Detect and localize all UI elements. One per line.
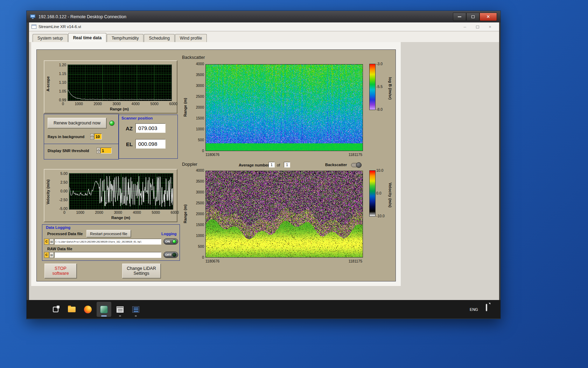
ascope-group: A-scope 1.20 1.15 1.10 1.05 0.99 0 1000 bbox=[44, 60, 177, 114]
renew-background-button[interactable]: Renew background now bbox=[48, 118, 106, 128]
rdp-titlebar[interactable]: 192.168.0.122 - Remote Desktop Connectio… bbox=[27, 11, 500, 22]
doppler-colorbar bbox=[369, 170, 376, 217]
rdp-minimize-button[interactable] bbox=[453, 13, 466, 21]
average-number-label: Average number bbox=[239, 163, 269, 167]
rays-in-background-label: Rays in background bbox=[48, 135, 84, 139]
backscatter-heatmap bbox=[205, 64, 363, 151]
doppler-colorbar-ticks: 10.0 0.0 -10.0 bbox=[376, 168, 387, 218]
file-explorer-button[interactable] bbox=[64, 302, 79, 317]
chat-bubble-tail-icon bbox=[489, 303, 490, 311]
processed-path-field[interactable]: C:\Lidar\Data\Proc\2023\202309\20230920\… bbox=[54, 239, 161, 245]
of-label: of bbox=[277, 163, 280, 167]
raw-path-field[interactable] bbox=[54, 252, 161, 258]
velocity-plot bbox=[69, 173, 173, 210]
app-window: StreamLine XR v14-6.vi – × System setup … bbox=[29, 22, 499, 300]
drive-select[interactable]: C bbox=[44, 239, 49, 245]
tab-temp-humidity[interactable]: Temp/humidity bbox=[107, 34, 144, 42]
active-app-button[interactable] bbox=[97, 302, 111, 317]
tab-scheduling[interactable]: Scheduling bbox=[144, 34, 174, 42]
backscatter-xticks: 1180676 1181175 bbox=[205, 152, 362, 157]
velocity-group: Velocity (m/s) 5.00 2.50 0.00 -2.50 -5.0… bbox=[44, 169, 177, 222]
el-label: EL bbox=[126, 141, 133, 147]
firefox-button[interactable] bbox=[80, 302, 95, 317]
processed-logging-toggle[interactable]: ON bbox=[163, 238, 178, 245]
backscatter-yticks: 4000 3500 3000 2500 2000 1500 1000 500 0 bbox=[191, 62, 204, 153]
average-total-field[interactable]: 1 bbox=[284, 162, 290, 168]
logging-label: Logging bbox=[161, 232, 176, 236]
rdp-close-button[interactable]: ✕ bbox=[479, 13, 497, 21]
processed-data-file-label: Processed Data file bbox=[47, 232, 83, 236]
doppler-colorbar-label: Velocity (m/s) bbox=[388, 170, 392, 219]
language-button[interactable]: ENG bbox=[467, 303, 481, 316]
close-icon: ✕ bbox=[486, 14, 490, 19]
data-logging-box: Data Logging Processed Data file Restart… bbox=[42, 224, 180, 261]
app-close-button[interactable]: × bbox=[488, 24, 492, 29]
velocity-ylabel: Velocity (m/s) bbox=[46, 172, 50, 212]
labview-vi-icon bbox=[31, 25, 36, 29]
backscatter-toggle-label: Backscatter bbox=[325, 163, 347, 167]
ascope-xlabel: Range (m) bbox=[68, 107, 171, 111]
divider bbox=[44, 144, 119, 144]
scan-schedule-app-button[interactable] bbox=[113, 302, 127, 317]
scan-schedule-icon bbox=[117, 306, 124, 313]
snr-value-field[interactable]: 1 bbox=[100, 148, 112, 154]
tab-wind-profile[interactable]: Wind profile bbox=[175, 34, 207, 42]
raw-drive-select[interactable]: C bbox=[44, 252, 49, 258]
app-restore-button[interactable] bbox=[475, 24, 480, 29]
raw-browse-folder-icon[interactable]: ▤ bbox=[49, 252, 54, 258]
restart-processed-file-button[interactable]: Restart processed file bbox=[86, 230, 131, 237]
doppler-title: Doppler bbox=[182, 162, 197, 167]
ascope-xticks: 0 1000 2000 3000 4000 5000 6000 bbox=[62, 102, 177, 106]
app-title: StreamLine XR v14-6.vi bbox=[38, 25, 81, 29]
rays-value-field[interactable]: 10 bbox=[94, 134, 102, 139]
desktop: 192.168.0.122 - Remote Desktop Connectio… bbox=[0, 0, 588, 368]
increment-icon[interactable]: ▲ bbox=[97, 148, 100, 151]
backscatter-doppler-toggle[interactable] bbox=[351, 163, 362, 167]
snr-spinner[interactable]: ▲ ▼ bbox=[97, 148, 100, 154]
decrement-icon[interactable]: ▼ bbox=[90, 137, 94, 140]
decrement-icon[interactable]: ▼ bbox=[97, 151, 100, 154]
tab-system-setup[interactable]: System setup bbox=[33, 34, 68, 42]
data-logging-title: Data Logging bbox=[46, 225, 70, 230]
restore-icon bbox=[471, 15, 475, 18]
taskbar: ENG bbox=[27, 300, 500, 319]
stop-software-button[interactable]: STOP software bbox=[44, 264, 77, 278]
running-indicator bbox=[135, 315, 137, 316]
raw-data-file-label: RAW Data file bbox=[47, 247, 72, 251]
firefox-icon bbox=[84, 306, 92, 313]
az-label: AZ bbox=[126, 125, 133, 131]
change-lidar-settings-button[interactable]: Change LiDAR Settings bbox=[122, 264, 161, 278]
browse-folder-icon[interactable]: ▤ bbox=[49, 239, 54, 245]
backscatter-colorbar-label: log B (/m/sr) bbox=[388, 64, 392, 113]
velocity-xlabel: Range (m) bbox=[69, 216, 173, 220]
doppler-yticks: 4000 3500 3000 2500 2000 1500 1000 500 0 bbox=[191, 168, 204, 259]
chat-button[interactable] bbox=[486, 305, 496, 315]
rdp-restore-button[interactable] bbox=[466, 13, 479, 21]
notes-app-button[interactable] bbox=[128, 302, 143, 317]
doppler-heatmap bbox=[205, 171, 363, 258]
front-panel: A-scope 1.20 1.15 1.10 1.05 0.99 0 1000 bbox=[31, 42, 401, 286]
increment-icon[interactable]: ▲ bbox=[90, 134, 94, 137]
backscatter-title: Backscatter bbox=[182, 55, 205, 60]
ascope-yticks: 1.20 1.15 1.10 1.05 0.99 bbox=[53, 63, 66, 102]
scanner-position-title: Scanner position bbox=[121, 116, 153, 120]
average-current-field[interactable]: 1 bbox=[268, 162, 275, 168]
tab-real-time-data[interactable]: Real time data bbox=[68, 33, 106, 42]
rays-spinner[interactable]: ▲ ▼ bbox=[90, 134, 94, 139]
task-view-button[interactable] bbox=[48, 302, 63, 317]
background-controls-box: Renew background now Rays in background … bbox=[44, 114, 119, 159]
toggle-knob-icon bbox=[356, 162, 362, 168]
doppler-ylabel: Range (m) bbox=[183, 171, 187, 257]
velocity-yticks: 5.00 2.50 0.00 -2.50 -5.00 bbox=[54, 171, 68, 211]
app-titlebar[interactable]: StreamLine XR v14-6.vi – × bbox=[29, 22, 499, 31]
app-minimize-button[interactable]: – bbox=[462, 24, 467, 29]
folder-icon bbox=[68, 307, 76, 312]
main-panel: A-scope 1.20 1.15 1.10 1.05 0.99 0 1000 bbox=[36, 49, 396, 281]
raw-logging-toggle[interactable]: OFF bbox=[163, 252, 178, 258]
backscatter-ylabel: Range (m) bbox=[183, 64, 187, 150]
on-lamp-icon bbox=[172, 239, 176, 244]
snr-threshold-label: Display SNR threshold bbox=[48, 149, 89, 153]
notes-app-icon bbox=[132, 306, 139, 313]
tab-bar: System setup Real time data Temp/humidit… bbox=[29, 32, 499, 42]
background-led bbox=[109, 121, 114, 126]
